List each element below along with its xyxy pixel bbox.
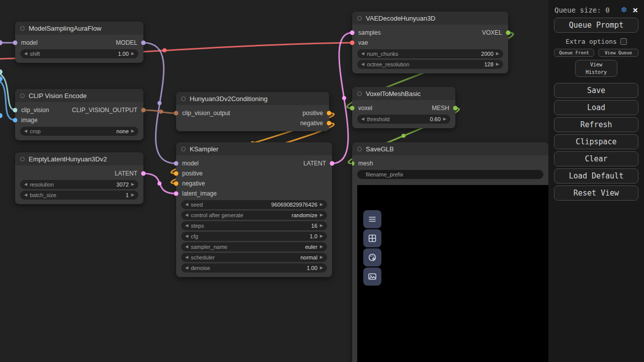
decrement-arrow-icon[interactable]: ◀ <box>185 266 188 270</box>
scheduler-widget[interactable]: ◀ scheduler normal ▶ <box>181 253 327 262</box>
cfg-widget[interactable]: ◀ cfg 1.0 ▶ <box>181 232 327 241</box>
model-input-dot[interactable] <box>13 41 18 45</box>
collapse-dot-icon[interactable] <box>20 157 25 161</box>
refresh-button[interactable]: Refresh <box>554 117 638 132</box>
octree-resolution-widget[interactable]: ◀ octree_resolution 128 ▶ <box>357 60 503 69</box>
shift-widget[interactable]: ◀ shift 1.00 ▶ <box>20 49 138 58</box>
collapse-dot-icon[interactable] <box>357 147 362 151</box>
collapse-dot-icon[interactable] <box>357 16 362 21</box>
crop-widget[interactable]: ◀ crop none ▶ <box>20 127 138 136</box>
clip-vision-output-input-dot[interactable] <box>174 111 179 116</box>
increment-arrow-icon[interactable]: ▶ <box>131 193 134 197</box>
decrement-arrow-icon[interactable]: ◀ <box>361 117 364 121</box>
decrement-arrow-icon[interactable]: ◀ <box>24 129 27 133</box>
clip-vision-output-dot[interactable] <box>141 108 146 113</box>
batch-size-widget[interactable]: ◀ batch_size 1 ▶ <box>20 191 138 200</box>
clipspace-button[interactable]: Clipspace <box>554 134 638 149</box>
positive-input-dot[interactable] <box>174 171 179 176</box>
collapse-dot-icon[interactable] <box>181 97 186 101</box>
resolution-widget[interactable]: ◀ resolution 3072 ▶ <box>20 180 138 189</box>
node-hunyuan3dv2-conditioning[interactable]: Hunyuan3Dv2Conditioning clip_vision_outp… <box>176 92 329 131</box>
positive-output-dot[interactable] <box>327 111 332 116</box>
viewport-image-button[interactable] <box>363 267 381 286</box>
3d-preview-viewport[interactable] <box>357 185 548 362</box>
decrement-arrow-icon[interactable]: ◀ <box>185 213 188 217</box>
node-header[interactable]: KSampler <box>176 142 332 155</box>
decrement-arrow-icon[interactable]: ◀ <box>24 52 27 56</box>
latent-output-dot[interactable] <box>141 171 146 176</box>
latent-image-input-dot[interactable] <box>174 192 179 196</box>
node-ksampler[interactable]: KSampler model LATENT positive negative … <box>176 142 332 277</box>
node-header[interactable]: EmptyLatentHunyuan3Dv2 <box>15 152 143 165</box>
collapse-dot-icon[interactable] <box>357 92 362 96</box>
save-button[interactable]: Save <box>554 83 638 98</box>
node-header[interactable]: VoxelToMeshBasic <box>352 87 455 100</box>
mesh-input-dot[interactable] <box>352 161 355 166</box>
view-history-button[interactable]: View History <box>575 60 617 77</box>
sampler-name-widget[interactable]: ◀ sampler_name euler ▶ <box>181 242 327 251</box>
threshold-widget[interactable]: ◀ threshold 0.60 ▶ <box>357 115 450 124</box>
negative-output-dot[interactable] <box>327 121 332 126</box>
viewport-menu-button[interactable] <box>363 210 381 228</box>
clip-vision-input-dot[interactable] <box>13 108 18 113</box>
model-output-dot[interactable] <box>141 41 146 45</box>
viewport-grid-button[interactable] <box>363 229 381 247</box>
decrement-arrow-icon[interactable]: ◀ <box>185 224 188 228</box>
voxel-input-dot[interactable] <box>350 106 355 111</box>
collapse-dot-icon[interactable] <box>20 94 25 98</box>
seed-widget[interactable]: ◀ seed 960690829976426 ▶ <box>181 200 327 209</box>
collapse-dot-icon[interactable] <box>20 26 25 31</box>
node-header[interactable]: ModelSamplingAuraFlow <box>15 22 143 35</box>
extra-options-checkbox[interactable] <box>620 38 627 45</box>
node-vae-decode-hunyuan3d[interactable]: VAEDecodeHunyuan3D samples VOXEL vae ◀ n… <box>352 12 508 73</box>
collapse-dot-icon[interactable] <box>181 147 186 151</box>
increment-arrow-icon[interactable]: ▶ <box>320 203 323 207</box>
vae-input-dot[interactable] <box>350 41 355 45</box>
increment-arrow-icon[interactable]: ▶ <box>443 117 446 121</box>
decrement-arrow-icon[interactable]: ◀ <box>185 234 188 238</box>
increment-arrow-icon[interactable]: ▶ <box>131 183 134 187</box>
load-default-button[interactable]: Load Default <box>554 168 638 184</box>
denoise-widget[interactable]: ◀ denoise 1.00 ▶ <box>181 263 327 273</box>
node-clip-vision-encode[interactable]: CLIP Vision Encode clip_vision CLIP_VISI… <box>15 89 143 140</box>
decrement-arrow-icon[interactable]: ◀ <box>185 203 188 207</box>
manager-snowflake-icon[interactable]: ❄ <box>621 5 627 15</box>
control-after-generate-widget[interactable]: ◀ control after generate randomize ▶ <box>181 211 327 220</box>
increment-arrow-icon[interactable]: ▶ <box>320 255 323 259</box>
node-header[interactable]: Hunyuan3Dv2Conditioning <box>176 92 329 105</box>
queue-prompt-button[interactable]: Queue Prompt <box>554 18 638 33</box>
decrement-arrow-icon[interactable]: ◀ <box>185 255 188 259</box>
viewport-palette-button[interactable] <box>363 248 381 266</box>
decrement-arrow-icon[interactable]: ◀ <box>361 62 364 66</box>
model-input-dot[interactable] <box>174 161 179 166</box>
steps-widget[interactable]: ◀ steps 16 ▶ <box>181 221 327 230</box>
node-graph-canvas[interactable]: ModelSamplingAuraFlow model MODEL ◀ shif… <box>0 0 548 362</box>
num-chunks-widget[interactable]: ◀ num_chunks 2000 ▶ <box>357 49 503 58</box>
increment-arrow-icon[interactable]: ▶ <box>320 266 323 270</box>
increment-arrow-icon[interactable]: ▶ <box>320 234 323 238</box>
queue-front-button[interactable]: Queue Front <box>554 49 594 57</box>
negative-input-dot[interactable] <box>174 182 179 186</box>
view-queue-button[interactable]: View Queue <box>598 49 638 57</box>
node-header[interactable]: VAEDecodeHunyuan3D <box>352 12 508 25</box>
increment-arrow-icon[interactable]: ▶ <box>320 224 323 228</box>
decrement-arrow-icon[interactable]: ◀ <box>185 245 188 249</box>
increment-arrow-icon[interactable]: ▶ <box>131 52 134 56</box>
node-save-glb[interactable]: SaveGLB mesh filename_prefix <box>352 142 548 362</box>
mesh-output-dot[interactable] <box>453 106 458 111</box>
node-empty-latent-hunyuan3dv2[interactable]: EmptyLatentHunyuan3Dv2 LATENT ◀ resoluti… <box>15 152 143 204</box>
close-icon[interactable]: × <box>632 6 638 15</box>
decrement-arrow-icon[interactable]: ◀ <box>24 193 27 197</box>
node-model-sampling-auraflow[interactable]: ModelSamplingAuraFlow model MODEL ◀ shif… <box>15 22 143 63</box>
node-header[interactable]: CLIP Vision Encode <box>15 89 143 102</box>
samples-input-dot[interactable] <box>350 31 355 35</box>
increment-arrow-icon[interactable]: ▶ <box>496 62 499 66</box>
node-header[interactable]: SaveGLB <box>352 142 548 155</box>
increment-arrow-icon[interactable]: ▶ <box>131 129 134 133</box>
voxel-output-dot[interactable] <box>506 31 511 35</box>
image-input-dot[interactable] <box>13 118 18 123</box>
reset-view-button[interactable]: Reset View <box>554 186 638 201</box>
load-button[interactable]: Load <box>554 100 638 115</box>
increment-arrow-icon[interactable]: ▶ <box>496 52 499 56</box>
clear-button[interactable]: Clear <box>554 151 638 166</box>
